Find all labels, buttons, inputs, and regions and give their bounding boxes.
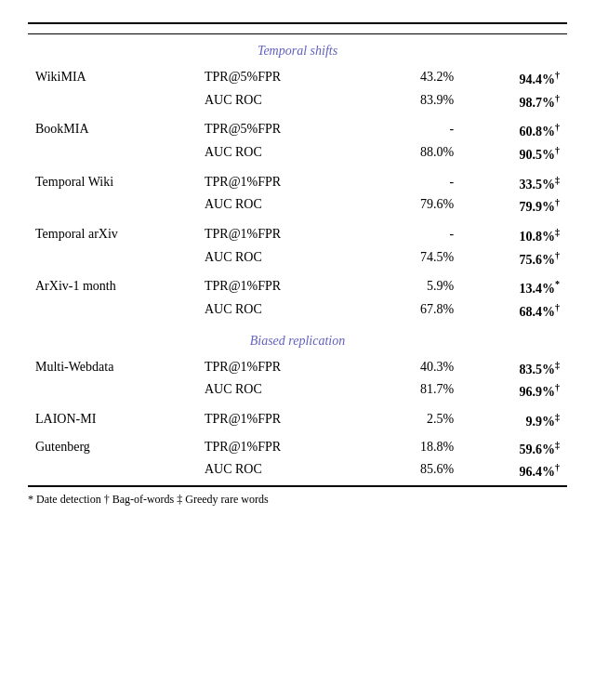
table-row: BookMIATPR@5%FPR-60.8%†	[28, 114, 567, 142]
best-attack-cell: 67.8%	[345, 299, 461, 324]
metric-cell: TPR@1%FPR	[197, 271, 345, 299]
ours-cell: 79.9%†	[461, 194, 567, 219]
table-row: GutenbergTPR@1%FPR18.8%59.6%‡	[28, 432, 567, 460]
metric-cell: AUC ROC	[197, 142, 345, 167]
table-row: Temporal arXivTPR@1%FPR-10.8%‡	[28, 219, 567, 247]
best-attack-cell: 40.3%	[345, 352, 461, 380]
metric-cell: TPR@1%FPR	[197, 432, 345, 460]
best-attack-cell: 18.8%	[345, 432, 461, 460]
table-row: ArXiv-1 monthTPR@1%FPR5.9%13.4%*	[28, 271, 567, 299]
table-row: LAION-MITPR@1%FPR2.5%9.9%‡	[28, 404, 567, 432]
best-attack-cell: -	[345, 167, 461, 195]
dataset-cell: Gutenberg	[28, 432, 197, 486]
ours-cell: 60.8%†	[461, 114, 567, 142]
best-attack-cell: 85.6%	[345, 459, 461, 486]
metric-cell: TPR@1%FPR	[197, 219, 345, 247]
best-attack-cell: 5.9%	[345, 271, 461, 299]
dataset-cell: LAION-MI	[28, 404, 197, 432]
ours-cell: 59.6%‡	[461, 432, 567, 460]
section-header-row: Temporal shifts	[28, 34, 567, 63]
section-label: Temporal shifts	[28, 34, 567, 63]
best-attack-cell: 81.7%	[345, 379, 461, 404]
dataset-cell: Multi-Webdata	[28, 352, 197, 404]
ours-cell: 90.5%†	[461, 142, 567, 167]
best-attack-cell: 43.2%	[345, 62, 461, 90]
best-attack-cell: -	[345, 219, 461, 247]
metric-cell: AUC ROC	[197, 194, 345, 219]
best-attack-cell: 2.5%	[345, 404, 461, 432]
ours-cell: 94.4%†	[461, 62, 567, 90]
table-row: Multi-WebdataTPR@1%FPR40.3%83.5%‡	[28, 352, 567, 380]
table-header-row	[28, 23, 567, 34]
section-header-row: Biased replication	[28, 324, 567, 352]
table-row: Temporal WikiTPR@1%FPR-33.5%‡	[28, 167, 567, 195]
table-row: WikiMIATPR@5%FPR43.2%94.4%†	[28, 62, 567, 90]
best-attack-cell: 88.0%	[345, 142, 461, 167]
ours-cell: 68.4%†	[461, 299, 567, 324]
best-attack-cell: 74.5%	[345, 247, 461, 272]
metric-cell: AUC ROC	[197, 299, 345, 324]
dataset-cell: Temporal arXiv	[28, 219, 197, 271]
ours-cell: 13.4%*	[461, 271, 567, 299]
ours-cell: 96.9%†	[461, 379, 567, 404]
col-header-ours	[461, 23, 567, 34]
dataset-cell: Temporal Wiki	[28, 167, 197, 219]
metric-cell: TPR@1%FPR	[197, 167, 345, 195]
col-header-metric	[197, 23, 345, 34]
metric-cell: AUC ROC	[197, 379, 345, 404]
best-attack-cell: -	[345, 114, 461, 142]
metric-cell: AUC ROC	[197, 90, 345, 115]
dataset-cell: ArXiv-1 month	[28, 271, 197, 324]
ours-cell: 33.5%‡	[461, 167, 567, 195]
ours-cell: 83.5%‡	[461, 352, 567, 380]
ours-cell: 10.8%‡	[461, 219, 567, 247]
metric-cell: TPR@1%FPR	[197, 352, 345, 380]
col-header-dataset	[28, 23, 197, 34]
ours-cell: 9.9%‡	[461, 404, 567, 432]
dataset-cell: BookMIA	[28, 114, 197, 166]
metric-cell: AUC ROC	[197, 459, 345, 486]
ours-cell: 75.6%†	[461, 247, 567, 272]
dataset-cell: WikiMIA	[28, 62, 197, 114]
ours-cell: 96.4%†	[461, 459, 567, 486]
ours-cell: 98.7%†	[461, 90, 567, 115]
metric-cell: TPR@5%FPR	[197, 114, 345, 142]
section-label: Biased replication	[28, 324, 567, 352]
best-attack-cell: 83.9%	[345, 90, 461, 115]
metric-cell: TPR@5%FPR	[197, 62, 345, 90]
footnotes: * Date detection † Bag-of-words ‡ Greedy…	[28, 493, 567, 507]
best-attack-cell: 79.6%	[345, 194, 461, 219]
metric-cell: AUC ROC	[197, 247, 345, 272]
metric-cell: TPR@1%FPR	[197, 404, 345, 432]
col-header-best	[345, 23, 461, 34]
